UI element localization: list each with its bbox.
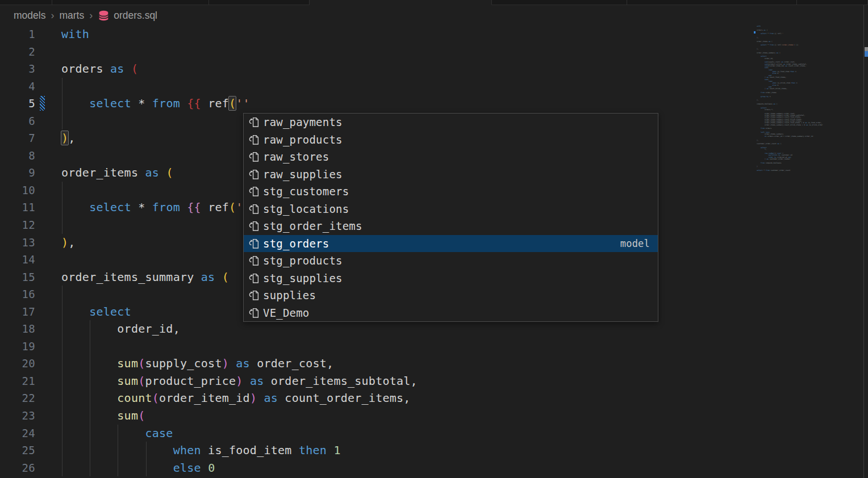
code-line[interactable]: 19	[0, 338, 868, 355]
line-number: 13	[0, 234, 61, 251]
code-line[interactable]: 21 sum(product_price) as order_items_sub…	[0, 372, 868, 390]
code-token: order_items	[61, 166, 145, 179]
tab[interactable]	[797, 0, 868, 5]
code-line[interactable]: 20 sum(supply_cost) as order_cost,	[0, 355, 868, 372]
indent-guide	[118, 442, 118, 459]
tab[interactable]	[310, 0, 492, 5]
code-token: (	[138, 409, 145, 422]
breadcrumb-item-file[interactable]: orders.sql	[98, 9, 157, 22]
code-token: as	[250, 374, 264, 388]
code-line[interactable]: 18 order_id,	[0, 320, 868, 338]
indent-guide	[146, 442, 147, 459]
suggest-item-stg_customers[interactable]: stg_customers	[244, 183, 658, 200]
line-number: 8	[0, 147, 61, 165]
code-token: ,	[68, 236, 75, 249]
code-line[interactable]: 23 sum(	[0, 407, 868, 425]
code-line[interactable]: 4	[0, 78, 868, 95]
code-line[interactable]: 22 count(order_item_id) as count_order_i…	[0, 389, 868, 407]
code-token: )	[222, 357, 229, 370]
code-line[interactable]: 2	[0, 43, 868, 61]
breadcrumb-item-marts[interactable]: marts	[59, 10, 84, 22]
code-token: )	[250, 391, 257, 405]
suggest-item-stg_order_items[interactable]: stg_order_items	[244, 217, 658, 235]
suggest-label: raw_payments	[263, 116, 343, 128]
indent-guide	[146, 459, 147, 477]
code-token: ,	[68, 131, 75, 145]
code-token: is_food_item	[201, 443, 299, 457]
line-number: 5	[0, 95, 61, 112]
line-number: 12	[0, 216, 61, 234]
code-token: select	[89, 200, 131, 214]
model-file-icon	[248, 116, 260, 128]
indent-guide	[90, 320, 90, 338]
model-file-icon	[248, 272, 260, 284]
suggest-item-supplies[interactable]: supplies	[244, 287, 658, 304]
model-file-icon	[248, 150, 260, 163]
minimap[interactable]: with orders as ( select * from {{ ref(''…	[757, 26, 862, 179]
code-token: as	[110, 62, 124, 76]
code-line[interactable]: 26 else 0	[0, 459, 868, 477]
suggest-item-stg_supplies[interactable]: stg_supplies	[244, 270, 658, 287]
code-line[interactable]: 1with	[0, 26, 868, 43]
indent-guide	[90, 407, 90, 425]
indent-guide	[62, 407, 62, 425]
suggest-item-VE_Demo[interactable]: VE_Demo	[244, 304, 658, 322]
indent-guide	[90, 459, 90, 477]
tab[interactable]	[0, 0, 52, 5]
code-token	[229, 357, 236, 370]
code-token: supply_cost	[145, 357, 222, 370]
suggest-item-stg_locations[interactable]: stg_locations	[244, 200, 658, 218]
code-line[interactable]: 3orders as (	[0, 60, 868, 78]
line-number: 9	[0, 164, 61, 182]
indent-guide	[62, 182, 62, 199]
indent-guide	[62, 459, 62, 477]
indent-guide	[90, 355, 90, 372]
code-line[interactable]: 25 when is_food_item then 1	[0, 442, 868, 459]
code-token: (	[229, 200, 236, 214]
suggest-item-raw_payments[interactable]: raw_payments	[244, 114, 658, 131]
code-token	[61, 200, 89, 214]
breadcrumb-item-models[interactable]: models	[14, 10, 45, 22]
suggest-label: stg_locations	[263, 203, 349, 215]
line-number: 26	[0, 459, 61, 477]
suggest-label: supplies	[263, 289, 316, 301]
model-file-icon	[248, 307, 260, 319]
line-number: 19	[0, 338, 61, 355]
code-token: order_id,	[61, 322, 180, 336]
tab[interactable]	[209, 0, 310, 5]
line-number: 18	[0, 320, 61, 338]
code-token	[61, 409, 117, 422]
model-file-icon	[248, 220, 260, 232]
line-number: 1	[0, 26, 61, 43]
indent-guide	[62, 355, 62, 372]
indent-guide	[62, 112, 62, 130]
tab[interactable]	[627, 0, 797, 5]
code-line[interactable]: 5 select * from {{ ref(''	[0, 95, 868, 112]
indent-guide	[90, 389, 90, 407]
code-token: as	[264, 391, 278, 405]
code-token	[159, 166, 166, 179]
suggest-label: raw_stores	[263, 150, 329, 163]
code-token: orders	[61, 62, 110, 76]
line-number: 15	[0, 269, 61, 286]
suggest-item-raw_products[interactable]: raw_products	[244, 131, 658, 149]
model-file-icon	[248, 237, 260, 250]
suggest-item-raw_stores[interactable]: raw_stores	[244, 148, 658, 166]
tab[interactable]	[52, 0, 209, 5]
code-line[interactable]: 24 case	[0, 425, 868, 442]
indent-guide	[62, 389, 62, 407]
suggest-item-stg_products[interactable]: stg_products	[244, 252, 658, 270]
tab[interactable]	[492, 0, 627, 5]
suggest-item-raw_supplies[interactable]: raw_supplies	[244, 166, 658, 183]
line-number: 11	[0, 199, 61, 216]
code-token: '	[236, 200, 243, 214]
overview-ruler-marker	[865, 51, 868, 57]
code-token	[61, 357, 117, 370]
code-token	[243, 374, 250, 388]
suggest-label: raw_products	[263, 133, 343, 146]
suggest-item-stg_orders[interactable]: stg_ordersmodel	[244, 235, 658, 253]
line-number: 14	[0, 251, 61, 269]
line-number: 16	[0, 286, 61, 303]
code-token	[61, 391, 117, 405]
suggest-label: stg_order_items	[263, 220, 362, 232]
